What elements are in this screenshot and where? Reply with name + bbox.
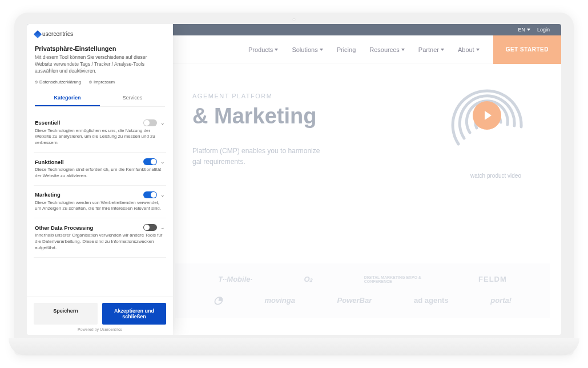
laptop-mockup: EN Login Products Solutions Pricing Reso… bbox=[14, 13, 574, 355]
link-icon: ⎋ bbox=[89, 79, 92, 85]
category-title: Essentiell bbox=[35, 119, 60, 126]
panel-title: Privatsphäre-Einstellungen bbox=[35, 45, 165, 52]
chevron-down-icon bbox=[320, 49, 323, 51]
logo-movinga: movinga bbox=[264, 296, 295, 305]
category-desc: Diese Technologien sind erforderlich, um… bbox=[35, 167, 165, 179]
video-caption: watch product video bbox=[470, 173, 521, 179]
login-link[interactable]: Login bbox=[537, 27, 550, 33]
logo-porta: porta! bbox=[490, 296, 512, 305]
logo-mark-icon bbox=[34, 30, 42, 38]
category-title: Other Data Processing bbox=[35, 225, 93, 231]
fingerprint-graphic bbox=[441, 70, 533, 161]
chevron-down-icon bbox=[527, 29, 530, 31]
tab-services[interactable]: Services bbox=[100, 90, 165, 106]
powered-by: Powered by Usercentrics bbox=[34, 327, 166, 331]
nav-resources[interactable]: Resources bbox=[369, 46, 405, 53]
tabs: Kategorien Services bbox=[35, 90, 165, 107]
categories-list: Essentiell ⌄ Diese Technologien ermöglic… bbox=[27, 111, 173, 297]
privacy-settings-panel: usercentrics Privatsphäre-Einstellungen … bbox=[27, 24, 173, 335]
accept-close-button[interactable]: Akzeptieren und schließen bbox=[102, 303, 166, 325]
panel-footer: Speichern Akzeptieren und schließen Powe… bbox=[27, 297, 173, 335]
usercentrics-logo: usercentrics bbox=[35, 31, 165, 37]
category-desc: Diese Technologien werden von Werbetreib… bbox=[35, 200, 165, 213]
category-marketing: Marketing ⌄ Diese Technologien werden vo… bbox=[34, 186, 166, 219]
save-button[interactable]: Speichern bbox=[34, 303, 98, 325]
category-essential: Essentiell ⌄ Diese Technologien ermöglic… bbox=[34, 114, 166, 153]
logos-row-1: T··Mobile· O₂ DIGITAL MARKETING EXPO & C… bbox=[192, 275, 533, 283]
screen: EN Login Products Solutions Pricing Reso… bbox=[27, 24, 561, 335]
lang-label: EN bbox=[518, 27, 525, 33]
panel-header: usercentrics Privatsphäre-Einstellungen … bbox=[27, 24, 173, 111]
nav-solutions[interactable]: Solutions bbox=[292, 46, 323, 53]
nav-partner[interactable]: Partner bbox=[418, 46, 444, 53]
logos-row-2: ◔ movinga PowerBar ad agents porta! bbox=[192, 294, 533, 306]
chevron-down-icon[interactable]: ⌄ bbox=[160, 159, 165, 165]
nav-about[interactable]: About bbox=[458, 46, 480, 53]
nav-pricing[interactable]: Pricing bbox=[337, 46, 356, 53]
privacy-policy-link[interactable]: ⎋Datenschutzerklärung bbox=[35, 79, 81, 85]
link-icon: ⎋ bbox=[35, 79, 38, 85]
camera-dot bbox=[293, 18, 296, 21]
chevron-down-icon bbox=[441, 49, 444, 51]
category-desc: Innerhalb unserer Organisation verwenden… bbox=[35, 233, 165, 251]
category-title: Funktionell bbox=[35, 159, 64, 165]
panel-description: Mit diesem Tool können Sie verschiedene … bbox=[35, 54, 165, 75]
logo-dmexco: DIGITAL MARKETING EXPO & CONFERENCE bbox=[364, 275, 427, 283]
toggle-marketing[interactable] bbox=[143, 191, 157, 198]
language-selector[interactable]: EN bbox=[518, 27, 530, 33]
logo-powerbar: PowerBar bbox=[337, 296, 372, 305]
chevron-down-icon bbox=[476, 49, 480, 51]
logo-feldm: FELDM bbox=[478, 275, 507, 283]
chevron-down-icon[interactable]: ⌄ bbox=[160, 192, 165, 198]
logo-o2: O₂ bbox=[304, 275, 312, 283]
category-title: Marketing bbox=[35, 191, 61, 198]
laptop-base bbox=[9, 338, 579, 355]
hero-subtitle: Platform (CMP) enables you to harmonize … bbox=[192, 146, 409, 167]
toggle-functional[interactable] bbox=[143, 158, 157, 165]
chevron-down-icon[interactable]: ⌄ bbox=[160, 225, 165, 230]
customer-logos: T··Mobile· O₂ DIGITAL MARKETING EXPO & C… bbox=[175, 263, 550, 318]
chevron-down-icon[interactable]: ⌄ bbox=[160, 120, 165, 126]
logo-adagents: ad agents bbox=[414, 296, 449, 305]
category-other: Other Data Processing ⌄ Innerhalb unsere… bbox=[34, 218, 166, 257]
tab-categories[interactable]: Kategorien bbox=[35, 90, 100, 106]
chevron-down-icon bbox=[401, 49, 405, 51]
category-functional: Funktionell ⌄ Diese Technologien sind er… bbox=[34, 153, 166, 186]
chevron-down-icon bbox=[275, 49, 278, 51]
toggle-other[interactable] bbox=[143, 224, 157, 231]
play-button[interactable] bbox=[473, 101, 501, 130]
get-started-button[interactable]: GET STARTED bbox=[493, 35, 561, 64]
category-desc: Diese Technologien ermöglichen es uns, d… bbox=[35, 128, 165, 146]
logo-tmobile: T··Mobile· bbox=[218, 275, 252, 283]
nav-products[interactable]: Products bbox=[248, 46, 278, 53]
logo-circle: ◔ bbox=[214, 294, 223, 306]
panel-links: ⎋Datenschutzerklärung ⎋Impressum bbox=[35, 79, 165, 85]
toggle-essential bbox=[143, 119, 157, 126]
imprint-link[interactable]: ⎋Impressum bbox=[89, 79, 115, 85]
